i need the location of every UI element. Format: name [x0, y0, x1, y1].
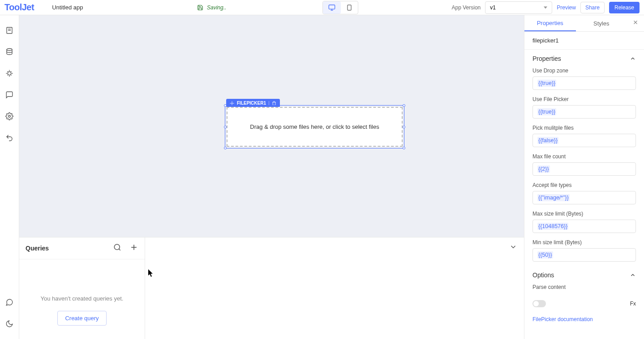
prop-input[interactable]: {{"image/*"}}: [532, 191, 636, 204]
documentation-link[interactable]: FilePicker documentation: [524, 310, 644, 329]
prop-input[interactable]: {{2}}: [532, 162, 636, 176]
share-button[interactable]: Share: [580, 2, 605, 13]
undo-icon[interactable]: [0, 127, 19, 148]
create-query-button[interactable]: Create query: [57, 311, 106, 326]
chevron-up-icon: [630, 272, 636, 278]
prop-label: Max size limit (Bytes): [532, 211, 636, 217]
prop-label: Parse content: [532, 284, 636, 290]
topbar: ToolJet Untitled app Saving.. App Versio…: [0, 0, 644, 15]
toggle-switch[interactable]: [532, 300, 546, 307]
mobile-icon: [346, 4, 352, 11]
prop-max-file-count: Max file count {{2}}: [524, 152, 644, 180]
inspector-tabs: Properties Styles: [524, 15, 644, 32]
prop-input[interactable]: {{50}}: [532, 248, 636, 262]
save-status: Saving..: [197, 4, 226, 11]
query-header: Queries: [19, 237, 145, 259]
chat-icon[interactable]: [0, 292, 19, 313]
prop-label: Min size limit (Bytes): [532, 239, 636, 246]
version-value: v1: [490, 4, 496, 11]
query-panel: Queries You haven't created queries yet.…: [19, 237, 524, 339]
svg-point-10: [9, 115, 11, 118]
prop-pick-multiple: Pick mulitple files {{false}}: [524, 123, 644, 152]
trash-icon[interactable]: [272, 101, 276, 106]
tab-properties[interactable]: Properties: [524, 16, 576, 31]
query-header-icons: [113, 243, 138, 254]
prop-max-size: Max size limit (Bytes) {{1048576}}: [524, 209, 644, 237]
svg-rect-0: [329, 5, 335, 9]
device-toggle: [322, 1, 358, 14]
svg-rect-3: [348, 5, 351, 10]
svg-point-8: [7, 49, 12, 51]
topbar-right: App Version v1 Preview Share Release: [452, 1, 640, 14]
query-sidebar: Queries You haven't created queries yet.…: [19, 237, 145, 339]
query-empty: You haven't created queries yet. Create …: [19, 259, 145, 339]
logo[interactable]: ToolJet: [4, 2, 34, 13]
filepicker-text: Drag & drop some files here, or click to…: [250, 123, 379, 130]
version-select[interactable]: v1: [485, 1, 552, 14]
inspector-panel: Properties Styles filepicker1 Properties…: [524, 15, 644, 339]
fx-button[interactable]: Fx: [630, 301, 636, 307]
prop-use-drop-zone: Use Drop zone {{true}}: [524, 66, 644, 94]
dark-mode-icon[interactable]: [0, 313, 19, 335]
parse-content-toggle-row: Fx: [524, 297, 644, 310]
save-icon: [197, 4, 203, 11]
version-label: App Version: [452, 4, 481, 11]
component-name[interactable]: filepicker1: [524, 32, 644, 50]
settings-icon[interactable]: [0, 106, 19, 127]
queries-title: Queries: [26, 245, 49, 252]
search-icon[interactable]: [113, 243, 121, 253]
pages-icon[interactable]: [0, 20, 19, 41]
prop-label: Accept file types: [532, 182, 636, 188]
tab-styles[interactable]: Styles: [576, 16, 627, 31]
prop-use-file-picker: Use File Picker {{true}}: [524, 94, 644, 123]
prop-min-size: Min size limit (Bytes) {{50}}: [524, 237, 644, 266]
svg-point-12: [114, 244, 120, 250]
prop-accept-types: Accept file types {{"image/*"}}: [524, 180, 644, 209]
section-properties[interactable]: Properties: [524, 50, 644, 66]
prop-parse-content: Parse content: [524, 282, 644, 297]
prop-label: Use Drop zone: [532, 68, 636, 74]
chevron-up-icon: [630, 55, 636, 62]
section-options[interactable]: Options: [524, 266, 644, 282]
canvas[interactable]: FILEPICKER1 Drag & drop some files here,…: [19, 15, 524, 237]
svg-point-9: [8, 72, 11, 75]
query-empty-text: You haven't created queries yet.: [41, 295, 124, 302]
resize-handle[interactable]: [224, 147, 227, 149]
gear-icon: [230, 101, 234, 106]
prop-label: Use File Picker: [532, 96, 636, 102]
svg-line-13: [119, 249, 120, 250]
section-label: Options: [532, 271, 554, 279]
section-label: Properties: [532, 55, 561, 62]
preview-button[interactable]: Preview: [557, 4, 576, 11]
query-main: [145, 237, 524, 339]
debug-icon[interactable]: [0, 63, 19, 84]
filepicker-component[interactable]: Drag & drop some files here, or click to…: [227, 107, 403, 147]
resize-handle[interactable]: [403, 126, 405, 128]
prop-input[interactable]: {{true}}: [532, 76, 636, 90]
resize-handle[interactable]: [403, 104, 405, 107]
app-name[interactable]: Untitled app: [52, 4, 83, 11]
datasource-icon[interactable]: [0, 41, 19, 63]
badge-divider: [269, 101, 269, 106]
component-badge[interactable]: FILEPICKER1: [226, 99, 280, 107]
svg-point-11: [232, 102, 233, 104]
component-badge-label: FILEPICKER1: [237, 101, 266, 106]
prop-input[interactable]: {{false}}: [532, 134, 636, 147]
desktop-view-button[interactable]: [323, 1, 341, 14]
add-query-icon[interactable]: [129, 243, 138, 254]
close-inspector-icon[interactable]: [627, 19, 644, 27]
prop-label: Pick mulitple files: [532, 125, 636, 131]
prop-input[interactable]: {{1048576}}: [532, 220, 636, 233]
leftbar-bottom: [0, 292, 19, 335]
release-button[interactable]: Release: [609, 2, 640, 13]
left-sidebar: [0, 15, 19, 339]
prop-input[interactable]: {{true}}: [532, 105, 636, 119]
mobile-view-button[interactable]: [341, 1, 358, 14]
desktop-icon: [328, 4, 335, 11]
save-text: Saving..: [207, 4, 226, 11]
prop-label: Max file count: [532, 153, 636, 160]
collapse-icon[interactable]: [509, 243, 517, 253]
resize-handle[interactable]: [403, 147, 405, 149]
topbar-left: ToolJet Untitled app: [4, 2, 83, 13]
comment-icon[interactable]: [0, 84, 19, 106]
